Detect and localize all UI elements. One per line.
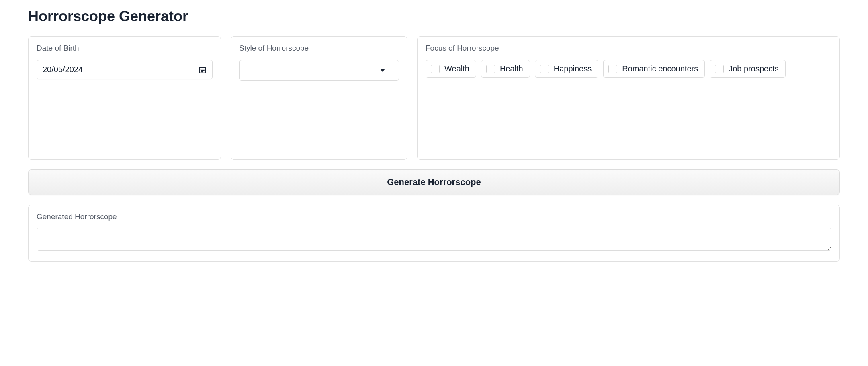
- focus-chip-health[interactable]: Health: [481, 60, 530, 78]
- output-panel: Generated Horrorscope: [28, 205, 840, 262]
- checkbox-icon[interactable]: [608, 65, 617, 73]
- dob-input[interactable]: [43, 65, 199, 74]
- checkbox-icon[interactable]: [486, 65, 495, 73]
- style-select[interactable]: [239, 60, 399, 81]
- focus-chip-wealth[interactable]: Wealth: [426, 60, 476, 78]
- style-label: Style of Horrorscope: [239, 44, 399, 53]
- style-panel: Style of Horrorscope: [231, 36, 407, 160]
- focus-options: Wealth Health Happiness Romantic encount…: [426, 60, 831, 78]
- chip-label: Health: [500, 64, 523, 73]
- svg-point-7: [201, 71, 201, 72]
- checkbox-icon[interactable]: [540, 65, 549, 73]
- chip-label: Happiness: [554, 64, 592, 73]
- focus-chip-happiness[interactable]: Happiness: [535, 60, 599, 78]
- dob-input-wrap[interactable]: [37, 60, 213, 79]
- checkbox-icon[interactable]: [715, 65, 724, 73]
- focus-panel: Focus of Horrorscope Wealth Health Happi…: [417, 36, 840, 160]
- svg-point-8: [202, 71, 203, 72]
- calendar-icon[interactable]: [199, 66, 207, 74]
- svg-point-5: [202, 70, 203, 71]
- focus-label: Focus of Horrorscope: [426, 44, 831, 53]
- generate-button[interactable]: Generate Horrorscope: [28, 169, 840, 195]
- page-title: Horrorscope Generator: [28, 8, 840, 25]
- dob-panel: Date of Birth: [28, 36, 221, 160]
- output-textarea[interactable]: [37, 228, 831, 251]
- chip-label: Wealth: [444, 64, 469, 73]
- inputs-row: Date of Birth Style of Horrorscope Focus…: [28, 36, 840, 160]
- output-label: Generated Horrorscope: [37, 212, 831, 221]
- svg-point-4: [201, 70, 201, 71]
- chevron-down-icon: [380, 69, 385, 72]
- chip-label: Job prospects: [729, 64, 779, 73]
- svg-point-6: [204, 70, 204, 71]
- dob-label: Date of Birth: [37, 44, 213, 53]
- focus-chip-job[interactable]: Job prospects: [710, 60, 786, 78]
- focus-chip-romantic[interactable]: Romantic encounters: [603, 60, 705, 78]
- chip-label: Romantic encounters: [622, 64, 698, 73]
- checkbox-icon[interactable]: [431, 65, 440, 73]
